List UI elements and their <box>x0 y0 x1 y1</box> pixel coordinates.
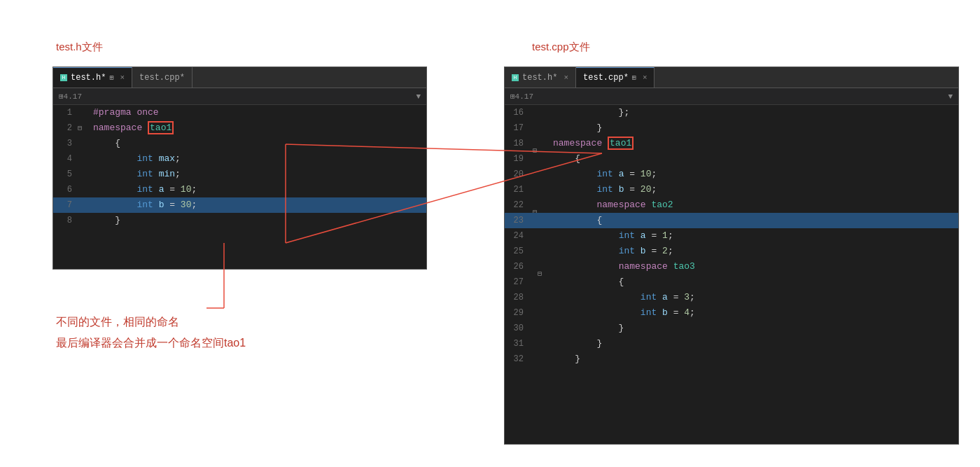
right-line-17: 17 } <box>505 120 958 136</box>
code-line-2: 2 ⊟ namespace tao1 <box>53 120 426 136</box>
close-icon-left[interactable]: × <box>120 74 125 82</box>
right-line-30: 30 } <box>505 321 958 336</box>
code-line-6: 6 int a = 10; <box>53 182 426 197</box>
tab-label-test-cpp: test.cpp* <box>139 73 185 83</box>
pin-icon: ⊞ <box>109 74 113 82</box>
tab-label-test-h: test.h* <box>71 73 106 83</box>
right-line-22: 22 ⊟ namespace tao2 <box>505 197 958 213</box>
right-line-31: 31 } <box>505 336 958 351</box>
right-tab-bar: H test.h* × test.cpp* ⊞ × <box>505 67 958 88</box>
tab-test-h-left[interactable]: H test.h* ⊞ × <box>53 67 132 88</box>
right-breadcrumb: ⊞4.17 ▼ <box>505 88 958 105</box>
code-line-1: 1 #pragma once <box>53 105 426 120</box>
code-line-4: 4 int max; <box>53 151 426 167</box>
right-code-area: 16 }; 17 } 18 ⊟ namespa <box>505 105 958 444</box>
code-line-7: 7 int b = 30; <box>53 197 426 213</box>
right-line-32: 32 } <box>505 351 958 367</box>
tab-label-test-h-right: test.h* <box>522 73 557 83</box>
right-line-18: 18 ⊟ namespace tao1 <box>505 136 958 151</box>
right-line-20: 20 int a = 10; <box>505 167 958 182</box>
breadcrumb-text-right: ⊞4.17 <box>510 92 533 101</box>
left-code-area: 1 #pragma once 2 ⊟ namespace tao1 3 { 4 <box>53 105 426 269</box>
right-line-23: 23 { <box>505 213 958 228</box>
tab-test-h-right[interactable]: H test.h* × <box>505 67 576 88</box>
right-line-19: 19 { <box>505 151 958 167</box>
right-line-25: 25 int b = 2; <box>505 244 958 259</box>
right-line-28: 28 int a = 3; <box>505 290 958 305</box>
pin-icon-right: ⊞ <box>632 74 636 82</box>
tab-test-cpp-left[interactable]: test.cpp* <box>132 67 192 88</box>
right-file-label: test.cpp文件 <box>532 41 590 54</box>
close-icon-right-cpp[interactable]: × <box>643 74 648 82</box>
right-line-27: 27 { <box>505 274 958 290</box>
tab-label-test-cpp-right: test.cpp* <box>583 73 629 83</box>
right-line-16: 16 }; <box>505 105 958 120</box>
left-editor: H test.h* ⊞ × test.cpp* ⊞4.17 ▼ 1 #pragm… <box>52 67 427 270</box>
right-line-24: 24 int a = 1; <box>505 228 958 244</box>
right-line-29: 29 int b = 4; <box>505 305 958 321</box>
dropdown-icon-right[interactable]: ▼ <box>948 92 953 101</box>
left-breadcrumb: ⊞4.17 ▼ <box>53 88 426 105</box>
right-line-21: 21 int b = 20; <box>505 182 958 197</box>
close-icon-right-h[interactable]: × <box>564 74 568 82</box>
annotation-line1: 不同的文件，相同的命名 <box>56 315 179 330</box>
dropdown-icon-left[interactable]: ▼ <box>416 92 421 101</box>
left-file-label: test.h文件 <box>56 41 103 54</box>
code-line-5: 5 int min; <box>53 167 426 182</box>
right-editor: H test.h* × test.cpp* ⊞ × ⊞4.17 ▼ 16 }; <box>504 67 959 445</box>
annotation-line2: 最后编译器会合并成一个命名空间tao1 <box>56 336 246 351</box>
left-tab-bar: H test.h* ⊞ × test.cpp* <box>53 67 426 88</box>
code-line-3: 3 { <box>53 136 426 151</box>
breadcrumb-text-left: ⊞4.17 <box>59 92 82 101</box>
code-line-8: 8 } <box>53 213 426 228</box>
tab-test-cpp-right[interactable]: test.cpp* ⊞ × <box>576 67 654 88</box>
right-line-26: 26 ⊟ namespace tao3 <box>505 259 958 274</box>
